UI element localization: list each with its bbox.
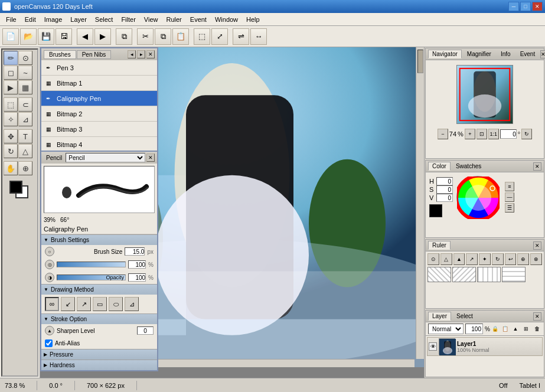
color-wheel-svg[interactable]	[457, 177, 500, 219]
menu-layer[interactable]: Layer	[67, 15, 90, 24]
menu-view[interactable]: View	[141, 15, 162, 24]
layer-add-button[interactable]: 📋	[500, 324, 510, 334]
draw-method-rect[interactable]: ▭	[93, 297, 107, 311]
brush-panel-prev[interactable]: ◂	[128, 50, 136, 58]
prev-button[interactable]: ◀	[77, 28, 93, 45]
s-input[interactable]	[436, 185, 453, 194]
draw-method-curve1[interactable]: ↙	[61, 297, 75, 311]
draw-method-poly[interactable]: ⊿	[125, 297, 139, 311]
text-tool[interactable]: T	[18, 129, 32, 143]
brush-settings-header[interactable]: ▼ Brush Settings	[41, 234, 157, 245]
navigator-panel-close[interactable]: ✕	[540, 50, 545, 58]
layer-panel-close[interactable]: ✕	[533, 312, 541, 321]
ruler-tool-2[interactable]: △	[440, 253, 452, 265]
brush-item-caligraphy[interactable]: ✒ Caligraphy Pen	[41, 91, 157, 106]
pencil-panel-close[interactable]: ✕	[146, 153, 155, 162]
sharpen-value-input[interactable]	[137, 326, 154, 335]
layer-vis-icon[interactable]: 👁	[429, 342, 437, 351]
drawing-method-header[interactable]: ▼ Drawing Method	[41, 284, 157, 295]
cut-button[interactable]: ✂	[137, 28, 154, 45]
zoom-fit-button[interactable]: ⊡	[477, 129, 487, 139]
layer-item-1[interactable]: 👁 Layer1 100% Normal	[427, 337, 543, 356]
rotation-input[interactable]	[500, 129, 517, 139]
shape-tool[interactable]: △	[18, 144, 32, 158]
menu-select[interactable]: Select	[92, 15, 117, 24]
brush-item-bitmap2[interactable]: ▦ Bitmap 2	[41, 106, 157, 122]
ruler-tool-5[interactable]: ✦	[479, 253, 491, 265]
eyedropper-tool[interactable]: ⊙	[18, 51, 32, 65]
menu-window[interactable]: Window	[211, 15, 242, 24]
stroke-option-header[interactable]: ▼ Stroke Option	[41, 313, 157, 324]
tab-event[interactable]: Event	[516, 50, 540, 58]
hardness-header[interactable]: ▶ Hardness	[41, 360, 157, 370]
tab-ruler[interactable]: Ruler	[428, 241, 451, 250]
ruler-tool-6[interactable]: ↻	[492, 253, 504, 265]
menu-help[interactable]: Help	[243, 15, 263, 24]
tab-magnifier[interactable]: Magnifier	[463, 50, 495, 58]
fg-color-swatch[interactable]	[429, 204, 442, 217]
gradient-tool[interactable]: ▦	[18, 80, 32, 94]
menu-file[interactable]: File	[2, 15, 20, 24]
tab-select[interactable]: Select	[452, 312, 477, 321]
canvas-area[interactable]: Brushes Pen Nibs ◂ ▸ ✕ ✒ Pen 3 ▦ Bitmap …	[40, 47, 424, 378]
ruler-panel-close[interactable]: ✕	[533, 241, 541, 250]
brush-item-bitmap1[interactable]: ▦ Bitmap 1	[41, 76, 157, 91]
layer-merge-button[interactable]: ⊞	[521, 324, 531, 334]
brushes-tab[interactable]: Brushes	[44, 50, 76, 59]
menu-edit[interactable]: Edit	[21, 15, 40, 24]
pressure-header[interactable]: ▶ Pressure	[41, 349, 157, 360]
eraser-tool[interactable]: ◻	[4, 66, 18, 80]
color-option-btn-1[interactable]: ≡	[505, 182, 514, 191]
brush-item-pen3[interactable]: ✒ Pen 3	[41, 60, 157, 76]
select-all-button[interactable]: ⬚	[194, 28, 210, 45]
save-as-button[interactable]: 🖫	[56, 28, 72, 45]
v-input[interactable]	[436, 194, 453, 202]
brush-item-bitmap3[interactable]: ▦ Bitmap 3	[41, 122, 157, 137]
rotate-cw-button[interactable]: ↻	[521, 129, 532, 139]
ruler-tool-7[interactable]: ↩	[505, 253, 517, 265]
blend-mode-select[interactable]: Normal	[428, 324, 464, 334]
zoom-tool[interactable]: ⊕	[18, 161, 32, 175]
close-button[interactable]: ✕	[532, 2, 543, 11]
color-wheel[interactable]	[456, 176, 499, 218]
pen-nibs-tab[interactable]: Pen Nibs	[77, 50, 112, 59]
color-option-btn-3[interactable]: ☰	[505, 203, 514, 213]
move-tool[interactable]: ✥	[4, 129, 18, 143]
zoom-out-button[interactable]: −	[438, 129, 448, 139]
copy-merged-button[interactable]: ⧉	[116, 28, 132, 45]
blur-tool[interactable]: ~	[18, 66, 32, 80]
min-size-input[interactable]	[128, 260, 146, 269]
pencil-tool[interactable]: ✏	[4, 51, 18, 65]
menu-ruler[interactable]: Ruler	[163, 15, 185, 24]
layer-move-up-button[interactable]: ▲	[511, 324, 520, 334]
ruler-tool-9[interactable]: ⊗	[530, 253, 542, 265]
draw-method-infinity[interactable]: ∞	[45, 297, 59, 311]
brush-size-input[interactable]	[125, 247, 145, 256]
brush-size-icon[interactable]: ○	[45, 247, 54, 256]
min-size-bar[interactable]	[57, 262, 126, 267]
ruler-tool-1[interactable]: ⊙	[427, 253, 439, 265]
brush-panel-next[interactable]: ▸	[137, 50, 145, 58]
pencil-type-select[interactable]: Pencil	[66, 153, 145, 162]
ruler-tool-8[interactable]: ⊕	[517, 253, 529, 265]
tab-navigator[interactable]: Navigator	[428, 50, 462, 58]
tab-layer[interactable]: Layer	[428, 312, 451, 321]
foreground-color-box[interactable]	[9, 181, 22, 194]
layer-delete-button[interactable]: 🗑	[532, 324, 541, 334]
rotate-tool[interactable]: ↻	[4, 144, 18, 158]
copy-button[interactable]: ⧉	[155, 28, 171, 45]
anti-alias-checkbox[interactable]	[45, 339, 53, 347]
select-magic-tool[interactable]: ✧	[4, 112, 18, 126]
ruler-pattern-1[interactable]	[427, 267, 451, 282]
select-rect-tool[interactable]: ⬚	[4, 97, 18, 112]
opacity-input[interactable]	[128, 273, 146, 282]
transform-button[interactable]: ⤢	[211, 28, 228, 45]
brush-panel-close[interactable]: ✕	[146, 50, 155, 58]
fill-tool[interactable]: ▶	[4, 80, 18, 94]
new-button[interactable]: 📄	[2, 28, 19, 45]
zoom-in-button[interactable]: +	[465, 129, 475, 139]
vertical-scrollbar[interactable]	[416, 47, 424, 359]
ruler-tool-4[interactable]: ↗	[466, 253, 478, 265]
zoom-100-button[interactable]: 1:1	[488, 129, 499, 139]
minimize-button[interactable]: ─	[508, 2, 519, 11]
